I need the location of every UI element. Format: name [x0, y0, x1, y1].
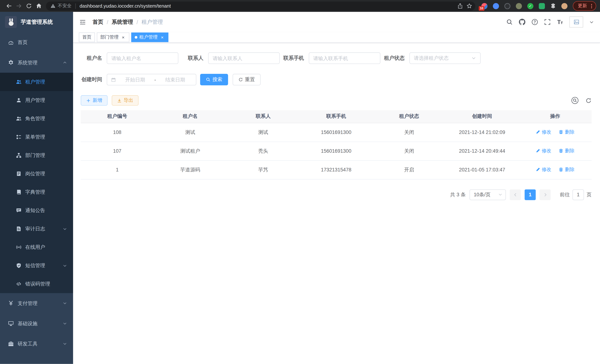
avatar[interactable]: [569, 17, 583, 28]
monitor-icon: [8, 321, 14, 326]
sidebar-item-post[interactable]: 岗位管理: [0, 165, 73, 183]
breadcrumb-home[interactable]: 首页: [93, 19, 103, 25]
contact-input[interactable]: [213, 55, 275, 61]
sidebar-item-dept[interactable]: 部门管理: [0, 146, 73, 165]
sidebar: 芋道管理系统 首页 系统管理 租户管理 用户管理 角色管理 菜单管理 部门管: [0, 12, 73, 364]
edit-button[interactable]: 修改: [536, 129, 551, 135]
bookmark-button[interactable]: [465, 1, 474, 10]
col-status: 租户状态: [373, 110, 445, 123]
create-time-label: 创建时间: [81, 76, 102, 83]
tab-home[interactable]: 首页: [79, 32, 95, 42]
browser-home-button[interactable]: [34, 1, 44, 11]
log-doc-icon: [16, 226, 21, 232]
start-date-input[interactable]: [118, 77, 152, 83]
tab-tenant[interactable]: 租户管理: [131, 32, 168, 42]
sidebar-item-role[interactable]: 角色管理: [0, 110, 73, 128]
sidebar-toggle-button[interactable]: [79, 19, 86, 25]
edit-button[interactable]: 修改: [536, 148, 551, 154]
extension-icon[interactable]: 10: [481, 3, 488, 9]
system-submenu: 租户管理 用户管理 角色管理 菜单管理 部门管理 岗位管理 字典管理 通知公告 …: [0, 73, 73, 293]
search-icon[interactable]: [506, 19, 513, 25]
chevron-down-icon: [63, 301, 67, 305]
toggle-search-icon[interactable]: [571, 97, 579, 104]
share-button[interactable]: [455, 1, 465, 10]
fullscreen-icon[interactable]: [544, 19, 551, 25]
filter-row-1: 租户名 联系人 联系手机 租户状态 请选择租户状态: [81, 53, 591, 64]
shield-icon: [16, 263, 21, 268]
sidebar-item-error-code[interactable]: 错误码管理: [0, 275, 73, 293]
tenant-name-input[interactable]: [111, 55, 174, 61]
extension-icon[interactable]: [516, 3, 522, 9]
sidebar-item-system[interactable]: 系统管理: [0, 53, 73, 73]
page-1-button[interactable]: 1: [525, 189, 536, 200]
sidebar-item-devtools[interactable]: 研发工具: [0, 334, 73, 354]
select-placeholder: 请选择租户状态: [414, 55, 449, 62]
search-button[interactable]: 搜索: [200, 74, 228, 85]
sidebar-item-tenant[interactable]: 租户管理: [0, 73, 73, 91]
close-icon[interactable]: [121, 35, 126, 40]
add-button[interactable]: 新增: [81, 95, 107, 106]
sidebar-item-sms[interactable]: 短信管理: [0, 256, 73, 275]
breadcrumb-system[interactable]: 系统管理: [112, 19, 133, 25]
filter-row-2: 创建时间 - 搜索 重置: [81, 74, 591, 85]
create-time-range-picker[interactable]: -: [107, 74, 196, 85]
export-button[interactable]: 导出: [112, 95, 138, 106]
warning-triangle-icon: [50, 3, 56, 9]
extensions-puzzle-icon[interactable]: [550, 3, 556, 9]
chevron-down-icon: [498, 192, 502, 197]
reset-button[interactable]: 重置: [233, 74, 261, 85]
address-bar[interactable]: 不安全 dashboard.yudao.iocoder.cn/system/te…: [46, 1, 475, 10]
share-icon: [457, 3, 463, 9]
sidebar-item-payment[interactable]: 支付管理: [0, 293, 73, 313]
back-button[interactable]: [4, 1, 14, 11]
profile-avatar[interactable]: [562, 3, 568, 9]
app-logo[interactable]: 芋道管理系统: [0, 12, 73, 32]
tenant-status-select[interactable]: 请选择租户状态: [409, 53, 480, 64]
delete-button[interactable]: 删除: [559, 129, 575, 135]
sidebar-item-dict[interactable]: 字典管理: [0, 183, 73, 201]
puzzle-icon: [550, 3, 556, 9]
extension-icon[interactable]: [539, 3, 545, 9]
close-icon[interactable]: [159, 35, 165, 40]
extensions-area: 10: [481, 3, 568, 9]
end-date-input[interactable]: [158, 77, 192, 83]
sidebar-item-menu[interactable]: 菜单管理: [0, 128, 73, 146]
user-icon: [16, 98, 21, 103]
tab-dept[interactable]: 部门管理: [97, 32, 129, 42]
page-size-select[interactable]: 10条/页: [469, 189, 506, 200]
refresh-icon[interactable]: [586, 97, 592, 103]
sidebar-item-infrastructure[interactable]: 基础设施: [0, 313, 73, 334]
font-size-icon[interactable]: [557, 19, 563, 25]
goto-page-input[interactable]: [572, 189, 584, 200]
extension-icon[interactable]: [527, 3, 533, 9]
sidebar-item-home[interactable]: 首页: [0, 32, 73, 52]
sidebar-item-online-user[interactable]: 在线用户: [0, 238, 73, 256]
delete-button[interactable]: 删除: [559, 166, 575, 173]
extension-icon[interactable]: [504, 3, 510, 9]
yen-icon: [8, 300, 14, 306]
help-icon[interactable]: [532, 19, 538, 25]
forward-button[interactable]: [14, 1, 24, 11]
forward-arrow-icon: [16, 3, 22, 9]
extension-icon[interactable]: [493, 3, 499, 9]
chevron-down-icon[interactable]: [589, 20, 594, 24]
sidebar-item-user[interactable]: 用户管理: [0, 91, 73, 110]
sidebar-item-notice[interactable]: 通知公告: [0, 201, 73, 220]
chevron-down-icon: [471, 56, 476, 60]
chrome-update-button[interactable]: 更新: [573, 1, 596, 11]
navbar: 首页 / 系统管理 / 租户管理: [73, 12, 600, 32]
kebab-menu-icon[interactable]: [589, 3, 594, 9]
table-row: 108 测试 测试 15601691300 关闭 2021-12-14 21:0…: [81, 123, 591, 141]
delete-button[interactable]: 删除: [559, 148, 575, 154]
sidebar-item-audit-log[interactable]: 审计日志: [0, 220, 73, 238]
phone-input[interactable]: [313, 55, 375, 61]
reload-button[interactable]: [24, 1, 34, 11]
table-header-row: 租户编号 租户名 联系人 联系手机 租户状态 创建时间 操作: [81, 110, 591, 123]
edit-button[interactable]: 修改: [536, 166, 551, 173]
active-dot: [135, 36, 137, 38]
prev-page-button[interactable]: [510, 189, 521, 200]
github-icon[interactable]: [519, 19, 525, 25]
logo-rabbit-image: [5, 16, 17, 28]
next-page-button[interactable]: [540, 189, 551, 200]
security-chip[interactable]: 不安全: [50, 3, 71, 9]
